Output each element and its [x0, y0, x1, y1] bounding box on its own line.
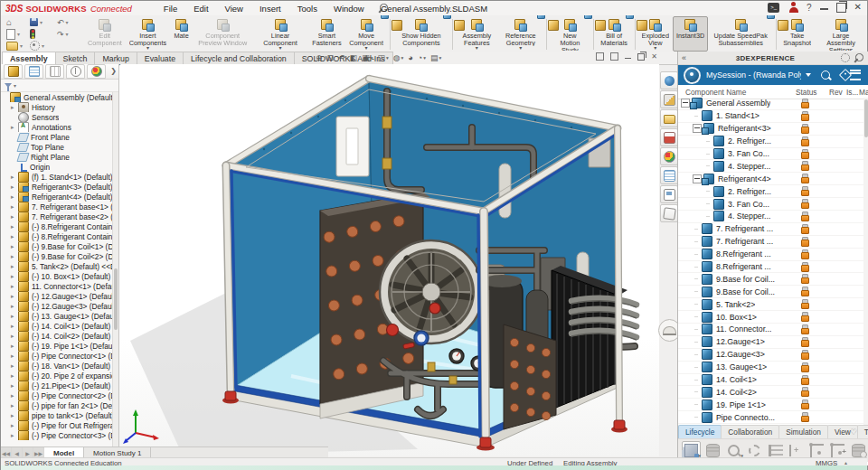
- filter-dropdown-icon[interactable]: ▾: [14, 82, 16, 89]
- panel-settings-gear-icon[interactable]: [841, 53, 850, 62]
- panel-tab[interactable]: Collaboration: [721, 425, 779, 438]
- feature-tree-item[interactable]: (-) 12.Gauge<1> (Default) <<Def: [1, 291, 113, 301]
- toolbar-button[interactable]: Mate ▾: [170, 16, 193, 52]
- 3d-box-icon[interactable]: [660, 204, 678, 222]
- expand-arrow-icon[interactable]: [11, 233, 18, 240]
- 3dexperience-compass-icon[interactable]: [660, 71, 678, 89]
- component-row[interactable]: 14. Coil<2>: [678, 386, 863, 399]
- propertymanager-tab-icon[interactable]: [24, 64, 43, 79]
- feature-tree-item[interactable]: (-) 10. Box<1> (Default) <<Defau: [1, 271, 113, 281]
- expand-arrow-icon[interactable]: [11, 382, 18, 390]
- expand-arrow-icon[interactable]: [11, 124, 18, 131]
- apps-sphere-icon[interactable]: [660, 147, 678, 165]
- feature-tree-item[interactable]: (-) Pipe Connector<2> (Default): [1, 390, 113, 400]
- view-orientation-icon[interactable]: ▣▾: [362, 52, 373, 63]
- expand-arrow-icon[interactable]: [11, 372, 18, 380]
- toolbar-button[interactable]: ▾: [593, 19, 594, 50]
- component-row[interactable]: 10. Box<1>: [678, 311, 863, 324]
- component-row[interactable]: 9.Base for Coil...: [678, 273, 863, 286]
- help-icon[interactable]: ?: [807, 3, 812, 13]
- expand-arrow-icon[interactable]: [11, 343, 18, 350]
- panel-tab[interactable]: Simulation: [778, 425, 828, 438]
- console-icon[interactable]: >_: [768, 3, 779, 13]
- expand-toggle-icon[interactable]: [693, 238, 700, 245]
- component-row[interactable]: 4. Stepper...: [678, 160, 863, 173]
- save-dropdown[interactable]: ▾: [40, 19, 42, 25]
- expand-toggle-icon[interactable]: [693, 363, 700, 371]
- component-row[interactable]: 12.Gauge<1>: [678, 336, 863, 349]
- expand-arrow-icon[interactable]: [11, 174, 18, 181]
- expand-arrow-icon[interactable]: [11, 422, 18, 429]
- ribbon-tab[interactable]: Lifecycle and Collaboration: [183, 52, 295, 64]
- column-rev[interactable]: Rev: [829, 88, 843, 97]
- filter-funnel-icon[interactable]: [5, 83, 12, 88]
- component-row[interactable]: General Assembly: [678, 98, 863, 110]
- featuremanager-tab-icon[interactable]: [4, 64, 23, 79]
- column-maturity[interactable]: Maturity: [859, 88, 868, 97]
- expand-arrow-icon[interactable]: [11, 323, 18, 330]
- session-dropdown-icon[interactable]: [806, 73, 811, 77]
- component-row[interactable]: 3. Fan Co...: [678, 198, 863, 211]
- tree-filter-bar[interactable]: ▾: [1, 80, 118, 92]
- 3d-model-refrigeration-assembly[interactable]: [119, 64, 659, 456]
- expand-arrow-icon[interactable]: [11, 412, 18, 419]
- new-document-icon[interactable]: [6, 29, 15, 40]
- feature-tree-item[interactable]: General Assembly (Default) <Display: [1, 92, 113, 102]
- ribbon-tab[interactable]: Sketch: [55, 52, 96, 64]
- collapse-panel-icon[interactable]: «: [682, 53, 686, 62]
- panel-expand-chevron-icon[interactable]: ❯: [110, 67, 117, 75]
- session-name[interactable]: MySession - (Rwanda Polytec...: [706, 70, 801, 80]
- feature-tree-item[interactable]: Refrigerant<4> (Default) <Display: [1, 192, 113, 202]
- toolbar-button[interactable]: Move Component ▾: [345, 16, 387, 52]
- expand-toggle-icon[interactable]: [704, 212, 712, 220]
- undo-icon[interactable]: ↶: [57, 18, 64, 27]
- toolbar-button[interactable]: ▾: [776, 19, 777, 50]
- section-view-icon[interactable]: ◧▾: [350, 52, 358, 63]
- dropdown-caret-icon[interactable]: ▾: [476, 46, 478, 51]
- close-icon[interactable]: ✕: [854, 3, 862, 12]
- toolbar-button[interactable]: Smart Fasteners ▾: [308, 16, 346, 52]
- toolbar-button[interactable]: Edit Component ▾: [84, 16, 126, 52]
- share-screen-icon[interactable]: [660, 185, 678, 203]
- expand-toggle-icon[interactable]: [704, 188, 712, 195]
- feature-tree-item[interactable]: (-) 12.Gauge<3> (Default) <<Def: [1, 301, 113, 311]
- expand-arrow-icon[interactable]: [11, 193, 18, 201]
- feature-tree-item[interactable]: (-) 21.Pipe<1> (Default) <<Defau: [1, 381, 113, 390]
- feature-tree-item[interactable]: Right Plane: [1, 152, 113, 162]
- feature-tree-item[interactable]: Sensors: [1, 112, 113, 122]
- expand-arrow-icon[interactable]: [11, 352, 18, 360]
- previous-view-icon[interactable]: ↶▾: [338, 52, 345, 63]
- expand-arrow-icon[interactable]: [11, 313, 18, 320]
- expand-arrow-icon[interactable]: [11, 223, 18, 230]
- edit-appearance-icon[interactable]: ◕▾: [408, 52, 412, 63]
- feature-tree-item[interactable]: (-) Pipe for Out Refrigerant<1> (D: [1, 420, 113, 430]
- expand-toggle-icon[interactable]: [693, 288, 700, 296]
- component-row[interactable]: 9.Base for Coil...: [678, 286, 863, 298]
- component-row[interactable]: 12.Gauge<3>: [678, 349, 863, 362]
- expand-arrow-icon[interactable]: [11, 333, 18, 340]
- dropdown-caret-icon[interactable]: ▾: [278, 46, 281, 51]
- favorites-heart-icon[interactable]: ♡: [850, 428, 857, 437]
- interference-light-icon[interactable]: [30, 29, 35, 39]
- design-apps-icon[interactable]: [660, 90, 678, 108]
- component-row[interactable]: 7. Refrigerant ...: [678, 223, 863, 236]
- toolbar-button[interactable]: Large Assembly Settings ▾: [815, 16, 867, 52]
- feature-tree-item[interactable]: (-) Pipe Connector<1> (Default): [1, 351, 113, 361]
- displaymanager-tab-icon[interactable]: [87, 64, 106, 79]
- expand-toggle-icon[interactable]: [693, 414, 700, 421]
- expand-toggle-icon[interactable]: [693, 174, 702, 183]
- component-row[interactable]: Refrigerant<3>: [678, 123, 863, 136]
- expand-arrow-icon[interactable]: [11, 392, 18, 400]
- orientation-triad[interactable]: [123, 409, 159, 444]
- feature-tree-item[interactable]: (-) Pipe Connector<3> (Default): [1, 430, 113, 440]
- component-row[interactable]: Pipe Connecto...: [678, 411, 863, 424]
- expand-arrow-icon[interactable]: [11, 273, 18, 280]
- panel-pin-icon[interactable]: [855, 53, 863, 63]
- expand-arrow-icon[interactable]: [11, 283, 18, 290]
- view-settings-icon[interactable]: ▤▾: [430, 52, 441, 63]
- expand-arrow-icon[interactable]: [11, 213, 18, 221]
- component-row[interactable]: 8.Refrigerant ...: [678, 249, 863, 261]
- toolbar-button[interactable]: ▾: [390, 19, 391, 50]
- component-row[interactable]: 2. Refriger...: [678, 185, 863, 198]
- feature-tree-item[interactable]: pipe to tank<1> (Default) <<Defa: [1, 410, 113, 420]
